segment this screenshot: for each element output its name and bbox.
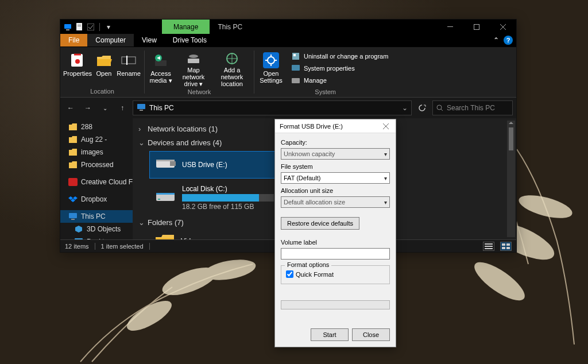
- back-button[interactable]: ←: [64, 101, 78, 115]
- group-label-network: Network: [148, 87, 250, 96]
- filesystem-select[interactable]: FAT (Default)▾: [281, 172, 390, 184]
- ribbon-tabs: File Computer View Drive Tools ⌃ ?: [60, 34, 516, 47]
- rename-button[interactable]: Rename: [117, 49, 141, 87]
- nav-item-dropbox[interactable]: Dropbox: [60, 193, 133, 206]
- tiles-view-button[interactable]: [500, 242, 512, 251]
- add-network-location-button[interactable]: Add a network location: [214, 49, 250, 87]
- quick-format-checkbox-input[interactable]: [286, 270, 293, 278]
- address-path-text: This PC: [149, 104, 174, 112]
- system-properties-label: System properties: [304, 65, 355, 72]
- tab-computer[interactable]: Computer: [87, 34, 134, 47]
- nav-item-3d-objects[interactable]: 3D Objects: [60, 223, 133, 235]
- svg-point-22: [189, 55, 198, 58]
- drive-label: Local Disk (C:): [182, 185, 274, 193]
- properties-button[interactable]: Properties: [64, 49, 91, 87]
- chevron-right-icon: ›: [138, 125, 144, 133]
- videos-folder-icon: [154, 233, 175, 239]
- start-button[interactable]: Start: [311, 328, 349, 341]
- recent-locations-button[interactable]: ⌄: [98, 101, 112, 115]
- details-view-button[interactable]: [483, 242, 494, 251]
- rename-icon: [120, 52, 137, 69]
- ribbon-group-location: Properties Open Rename Location: [60, 47, 144, 97]
- nav-item-aug22[interactable]: Aug 22 -: [60, 133, 133, 146]
- folder-tile-videos[interactable]: Videos: [150, 231, 206, 239]
- tab-file[interactable]: File: [60, 34, 87, 47]
- collapse-ribbon-icon[interactable]: ⌃: [491, 36, 501, 44]
- qat-dropdown-icon[interactable]: ▾: [105, 23, 113, 31]
- svg-rect-52: [502, 243, 505, 246]
- drive-tile-usb[interactable]: USB Drive (E:): [150, 152, 288, 178]
- map-drive-button[interactable]: Map network drive ▾: [176, 49, 211, 87]
- svg-rect-28: [292, 65, 300, 71]
- nav-item-images[interactable]: images: [60, 146, 133, 158]
- add-network-location-label: Add a network location: [214, 67, 250, 87]
- folder-label: Videos: [181, 237, 202, 239]
- svg-rect-54: [502, 247, 505, 249]
- map-drive-label: Map network drive ▾: [176, 67, 211, 87]
- close-button[interactable]: [490, 20, 516, 34]
- svg-rect-35: [71, 219, 75, 220]
- open-settings-button[interactable]: Open Settings: [258, 49, 284, 87]
- manage-context-tab[interactable]: Manage: [162, 20, 210, 34]
- volume-label-input[interactable]: [281, 248, 390, 260]
- search-icon: [436, 104, 443, 111]
- restore-defaults-button[interactable]: Restore device defaults: [281, 217, 359, 230]
- address-dropdown-icon[interactable]: ⌄: [402, 104, 408, 112]
- close-dialog-button[interactable]: Close: [352, 328, 390, 341]
- capacity-select[interactable]: Unknown capacity▾: [281, 148, 390, 160]
- format-dialog: Format USB Drive (E:) Capacity: Unknown …: [274, 119, 396, 347]
- svg-point-16: [75, 59, 80, 64]
- map-drive-icon: [185, 52, 202, 65]
- nav-item-creative-cloud[interactable]: Creative Cloud Fil: [60, 176, 133, 188]
- system-properties-button[interactable]: System properties: [289, 63, 390, 73]
- usb-drive-icon: [154, 154, 176, 176]
- titlebar: ▾ Manage This PC: [60, 20, 516, 34]
- svg-rect-10: [78, 25, 81, 25]
- nav-item-processed[interactable]: Processed: [60, 158, 133, 171]
- nav-item-desktop[interactable]: Desktop: [60, 235, 133, 239]
- drive-tile-local-disk[interactable]: Local Disk (C:) 18.2 GB free of 115 GB: [150, 183, 288, 213]
- address-bar[interactable]: This PC ⌄: [133, 100, 412, 115]
- forward-button[interactable]: →: [81, 101, 95, 115]
- drive-label: USB Drive (E:): [182, 161, 227, 169]
- manage-label: Manage: [304, 77, 327, 84]
- tab-drive-tools[interactable]: Drive Tools: [165, 34, 215, 47]
- creative-cloud-icon: [68, 177, 78, 187]
- tab-view[interactable]: View: [134, 34, 165, 47]
- qat-checkbox-icon[interactable]: [87, 23, 95, 31]
- manage-button[interactable]: Manage: [289, 75, 390, 86]
- chevron-down-icon: ▾: [384, 151, 387, 157]
- svg-rect-21: [188, 59, 199, 63]
- help-icon[interactable]: ?: [504, 36, 513, 45]
- system-properties-icon: [291, 64, 300, 73]
- format-progress-bar: [281, 300, 390, 309]
- qat-document-icon[interactable]: [75, 23, 83, 31]
- up-button[interactable]: ↑: [115, 101, 129, 115]
- quick-access-toolbar: ▾: [60, 20, 116, 34]
- uninstall-program-button[interactable]: Uninstall or change a program: [289, 51, 390, 61]
- dialog-close-button[interactable]: [381, 121, 391, 131]
- search-box[interactable]: Search This PC: [432, 100, 513, 115]
- allocation-label: Allocation unit size: [281, 187, 390, 194]
- nav-item-288[interactable]: 288: [60, 121, 133, 133]
- quick-format-checkbox[interactable]: Quick Format: [286, 270, 385, 278]
- allocation-select[interactable]: Default allocation size▾: [281, 196, 390, 208]
- dialog-title-text: Format USB Drive (E:): [280, 123, 343, 130]
- access-media-icon: [152, 52, 169, 69]
- uninstall-icon: [291, 52, 300, 61]
- maximize-button[interactable]: [463, 20, 490, 34]
- refresh-button[interactable]: [415, 101, 429, 115]
- nav-item-this-pc[interactable]: This PC: [60, 210, 133, 223]
- disk-usage-bar: [182, 194, 274, 202]
- svg-rect-42: [156, 160, 175, 161]
- folder-icon: [68, 135, 78, 144]
- ribbon-group-network: Access media ▾ Map network drive ▾ Add a…: [145, 47, 254, 97]
- minimize-button[interactable]: [437, 20, 463, 34]
- access-media-label: Access media ▾: [148, 70, 173, 84]
- svg-point-5: [469, 255, 530, 307]
- svg-rect-55: [506, 247, 510, 249]
- open-button[interactable]: Open: [94, 49, 114, 87]
- svg-rect-43: [170, 161, 176, 166]
- scrollbar[interactable]: [507, 121, 515, 237]
- access-media-button[interactable]: Access media ▾: [148, 49, 173, 87]
